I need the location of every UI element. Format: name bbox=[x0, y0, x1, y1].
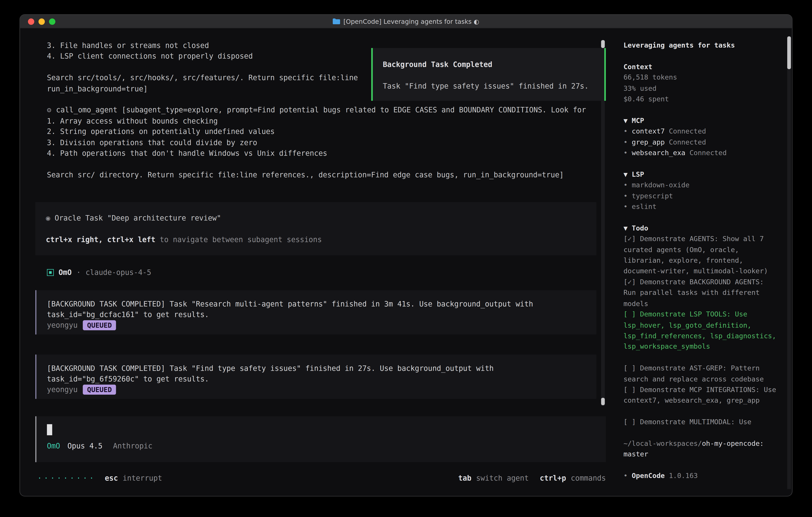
titlebar: [OpenCode] Leveraging agents for tasks ◐ bbox=[20, 15, 792, 29]
todo-text: Demonstrate LSP TOOLS: Use lsp_hover, ls… bbox=[624, 310, 776, 351]
mcp-name: websearch_exa bbox=[632, 149, 686, 157]
todo-checkbox: [ ] bbox=[624, 418, 636, 426]
tool-call-block: ⚙call_omo_agent [subagent_type=explore, … bbox=[35, 105, 615, 180]
window-body: 3. File handles or streams not closed 4.… bbox=[20, 29, 792, 497]
traffic-lights bbox=[28, 19, 55, 25]
window-title-text: [OpenCode] Leveraging agents for tasks ◐ bbox=[344, 18, 479, 25]
close-button[interactable] bbox=[28, 19, 34, 25]
tool-call-text: call_omo_agent [subagent_type=explore, p… bbox=[56, 106, 586, 114]
mcp-heading[interactable]: ▼ MCP bbox=[624, 115, 777, 126]
tool-call-line: 1. Array access without bounds checking bbox=[47, 115, 606, 126]
message-author: yeongyu bbox=[47, 320, 78, 331]
lsp-name: typescript bbox=[632, 192, 673, 200]
todo-item: [✓] Demonstrate AGENTS: Show all 7 curat… bbox=[624, 234, 777, 277]
mcp-status: Connected bbox=[690, 149, 727, 157]
todo-text: Demonstrate AST-GREP: Pattern search and… bbox=[624, 364, 764, 383]
scrollbar-thumb[interactable] bbox=[601, 40, 605, 48]
mcp-name: grep_app bbox=[632, 138, 665, 146]
todo-section: ▼ Todo [✓] Demonstrate AGENTS: Show all … bbox=[624, 223, 777, 428]
message-author: yeongyu bbox=[47, 384, 78, 395]
input-model: Opus 4.5 bbox=[67, 440, 103, 451]
input-provider: Anthropic bbox=[113, 440, 152, 451]
text-cursor bbox=[47, 424, 52, 435]
commands-label: commands bbox=[571, 472, 606, 483]
message-text: [BACKGROUND TASK COMPLETED] Task "Find t… bbox=[47, 363, 585, 384]
mcp-status: Connected bbox=[669, 127, 706, 135]
tool-call-line bbox=[47, 159, 606, 169]
lsp-item: • typescript bbox=[624, 191, 777, 201]
oracle-hint-keys: ctrl+x right, ctrl+x left bbox=[46, 235, 155, 244]
main-pane: 3. File handles or streams not closed 4.… bbox=[20, 29, 614, 497]
scrollbar-thumb[interactable] bbox=[601, 398, 605, 405]
switch-agent-label: switch agent bbox=[476, 472, 529, 483]
workspace-path: ~/local-workspaces/oh-my-opencode: maste… bbox=[624, 438, 777, 460]
oracle-title: Oracle Task "Deep architecture review" bbox=[55, 214, 221, 222]
agent-header: OmO · claude-opus-4-5 bbox=[47, 267, 615, 278]
toast-body: Task "Find type safety issues" finished … bbox=[383, 81, 604, 91]
mcp-item: • websearch_exa Connected bbox=[624, 148, 777, 159]
bullet-icon: • bbox=[624, 202, 628, 211]
mcp-status: Connected bbox=[669, 138, 706, 146]
bullet-icon: • bbox=[624, 472, 628, 480]
folder-icon bbox=[333, 19, 340, 24]
tool-call-line: 3. Division operations that could divide… bbox=[47, 137, 606, 148]
context-heading: Context bbox=[624, 61, 777, 72]
todo-checkbox: [✓] bbox=[624, 235, 636, 243]
prompt-input[interactable]: OmO Opus 4.5 Anthropic bbox=[35, 416, 606, 462]
workspace-prefix: ~/local-workspaces/ bbox=[624, 439, 702, 447]
lsp-section: ▼ LSP • markdown-oxide • typescript • es… bbox=[624, 169, 777, 212]
bullet-icon: • bbox=[624, 127, 628, 135]
todo-item: [ ] Demonstrate MCP INTEGRATIONS: Use co… bbox=[624, 385, 777, 406]
bullet-icon: • bbox=[624, 138, 628, 146]
sidebar-footer: • OpenCode 1.0.163 bbox=[624, 471, 777, 482]
queued-badge: QUEUED bbox=[83, 320, 116, 330]
session-title: Leveraging agents for tasks bbox=[624, 40, 777, 51]
scrollbar-thumb[interactable] bbox=[787, 36, 791, 69]
gear-icon: ⚙ bbox=[47, 106, 51, 114]
message-meta: yeongyu QUEUED bbox=[47, 320, 585, 331]
message-text: [BACKGROUND TASK COMPLETED] Task "Resear… bbox=[47, 298, 585, 320]
context-used: 33% used bbox=[624, 83, 777, 94]
todo-text: Demonstrate MCP INTEGRATIONS: Use contex… bbox=[624, 386, 776, 404]
background-task-toast: Background Task Completed Task "Find typ… bbox=[371, 48, 606, 101]
message-meta: yeongyu QUEUED bbox=[47, 384, 585, 395]
context-tokens: 66,518 tokens bbox=[624, 72, 777, 83]
separator-dot: · bbox=[76, 267, 81, 278]
oracle-task-panel[interactable]: ◉ Oracle Task "Deep architecture review"… bbox=[35, 202, 597, 255]
message-block: [BACKGROUND TASK COMPLETED] Task "Resear… bbox=[35, 290, 597, 334]
tool-call-line: 4. Path operations that don't handle Win… bbox=[47, 148, 606, 159]
status-left: ········· esc interrupt bbox=[37, 472, 162, 483]
mcp-name: context7 bbox=[632, 127, 665, 135]
interrupt-label: interrupt bbox=[123, 472, 162, 483]
lsp-heading[interactable]: ▼ LSP bbox=[624, 169, 777, 180]
todo-heading[interactable]: ▼ Todo bbox=[624, 223, 777, 234]
desktop: [OpenCode] Leveraging agents for tasks ◐… bbox=[0, 0, 812, 517]
opencode-version: 1.0.163 bbox=[669, 472, 698, 480]
bullet-icon: • bbox=[624, 149, 628, 157]
todo-checkbox: [ ] bbox=[624, 386, 636, 393]
agent-model: claude-opus-4-5 bbox=[86, 267, 151, 278]
agent-name: OmO bbox=[59, 267, 72, 278]
mcp-section: ▼ MCP • context7 Connected • grep_app Co… bbox=[624, 115, 777, 158]
terminal-window: [OpenCode] Leveraging agents for tasks ◐… bbox=[20, 14, 793, 496]
todo-checkbox: [ ] bbox=[624, 364, 636, 372]
sidebar-scrollbar[interactable] bbox=[787, 36, 791, 489]
lsp-name: eslint bbox=[632, 202, 657, 211]
todo-text: Demonstrate AGENTS: Show all 7 curated a… bbox=[624, 235, 768, 275]
todo-text: Demonstrate MULTIMODAL: Use bbox=[640, 418, 751, 426]
bullet-icon: • bbox=[624, 181, 628, 189]
tab-key-hint: tab bbox=[458, 472, 471, 483]
agent-icon bbox=[47, 269, 54, 276]
todo-item-active: [ ] Demonstrate LSP TOOLS: Use lsp_hover… bbox=[624, 309, 777, 352]
minimize-button[interactable] bbox=[38, 19, 45, 25]
todo-item: [✓] Demonstrate BACKGROUND AGENTS: Run p… bbox=[624, 277, 777, 309]
toast-title: Background Task Completed bbox=[383, 59, 604, 70]
window-title: [OpenCode] Leveraging agents for tasks ◐ bbox=[333, 18, 479, 25]
spinner-dots-icon: ········· bbox=[37, 472, 96, 483]
fisheye-icon: ◉ bbox=[46, 214, 50, 222]
zoom-button[interactable] bbox=[49, 19, 55, 25]
tool-call-line: 2. String operations on potentially unde… bbox=[47, 126, 606, 137]
todo-text: Demonstrate BACKGROUND AGENTS: Run paral… bbox=[624, 278, 764, 307]
mcp-item: • context7 Connected bbox=[624, 126, 777, 137]
message-block: [BACKGROUND TASK COMPLETED] Task "Find t… bbox=[35, 354, 597, 399]
